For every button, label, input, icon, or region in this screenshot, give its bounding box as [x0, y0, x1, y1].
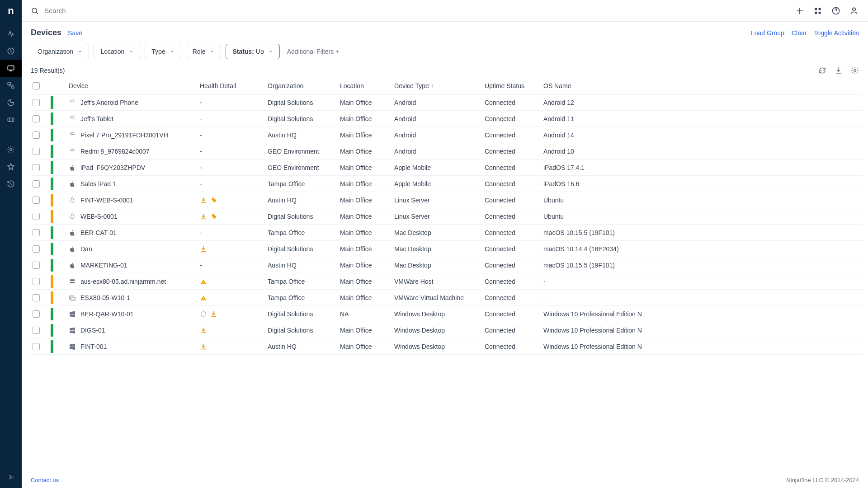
table-row[interactable]: Pixel 7 Pro_29191FDH3001VH-Austin HQMain…: [31, 127, 863, 143]
table-row[interactable]: DIGS-01Digital SolutionsMain OfficeWindo…: [31, 322, 863, 338]
topbar: [22, 0, 868, 22]
contact-link[interactable]: Contact us: [31, 477, 59, 483]
col-os[interactable]: OS Name: [542, 82, 682, 89]
help-button[interactable]: [831, 6, 841, 16]
row-checkbox[interactable]: [33, 197, 40, 204]
os-cell: macOS 10.14.4 (18E2034): [542, 245, 682, 253]
nav-reports[interactable]: [0, 94, 22, 111]
type-cell: Mac Desktop: [392, 262, 483, 269]
svg-rect-10: [819, 11, 821, 14]
apps-button[interactable]: [813, 6, 823, 16]
svg-rect-1: [8, 66, 14, 70]
os-cell: macOS 10.15.5 (19F101): [542, 262, 682, 269]
status-indicator: [51, 145, 53, 158]
search-input[interactable]: [44, 7, 180, 14]
uptime-cell: Connected: [483, 229, 542, 236]
table-row[interactable]: aus-esx80-05.ad.ninjarmm.netTampa Office…: [31, 273, 863, 290]
add-button[interactable]: [795, 6, 805, 16]
row-checkbox[interactable]: [33, 278, 40, 285]
vm-icon: [69, 294, 76, 301]
table-row[interactable]: iPad_F6QY203ZHPDV-GEO EnvironmentMain Of…: [31, 160, 863, 176]
health-cell: -: [198, 229, 266, 236]
col-health[interactable]: Health Detail: [198, 82, 266, 89]
svg-point-13: [854, 70, 856, 72]
nav-dashboard[interactable]: [0, 42, 22, 60]
row-checkbox[interactable]: [33, 262, 40, 269]
filter-role[interactable]: Role: [186, 44, 222, 59]
sidebar-expand[interactable]: [0, 468, 22, 486]
row-checkbox[interactable]: [33, 343, 40, 350]
toggle-activities-link[interactable]: Toggle Activities: [814, 29, 859, 37]
nav-network[interactable]: [0, 77, 22, 94]
nav-history[interactable]: [0, 175, 22, 192]
table-row[interactable]: FINT-WEB-S-0001Austin HQMain OfficeLinux…: [31, 192, 863, 208]
table-row[interactable]: BER-QAR-W10-01Digital SolutionsNAWindows…: [31, 306, 863, 322]
location-cell: Main Office: [338, 131, 392, 139]
windows-icon: [69, 327, 76, 334]
table-row[interactable]: MARKETING-01-Austin HQMain OfficeMac Des…: [31, 257, 863, 273]
row-checkbox[interactable]: [33, 310, 40, 318]
os-cell: Android 11: [542, 115, 682, 122]
table-row[interactable]: BER-CAT-01-Tampa OfficeMain OfficeMac De…: [31, 225, 863, 241]
table-row[interactable]: Redmi 8_9769824c0007-GEO EnvironmentMain…: [31, 143, 863, 160]
table-row[interactable]: Sales iPad 1-Tampa OfficeMain OfficeAppl…: [31, 176, 863, 192]
nav-getting-started[interactable]: [0, 25, 22, 42]
load-group-link[interactable]: Load Group: [751, 29, 784, 37]
nav-devices[interactable]: [0, 60, 22, 77]
table-row[interactable]: Jeff's Android Phone-Digital SolutionsMa…: [31, 94, 863, 111]
svg-point-24: [71, 215, 72, 215]
table-row[interactable]: WEB-S-0001Digital SolutionsMain OfficeLi…: [31, 208, 863, 225]
svg-point-22: [71, 198, 72, 199]
profile-button[interactable]: [849, 6, 859, 16]
row-checkbox[interactable]: [33, 115, 40, 122]
type-cell: VMWare Virtual Machine: [392, 294, 483, 301]
table-row[interactable]: Jeff's Tablet-Digital SolutionsMain Offi…: [31, 111, 863, 127]
row-checkbox[interactable]: [33, 131, 40, 139]
linux-icon: [69, 213, 76, 220]
save-link[interactable]: Save: [68, 29, 82, 37]
col-device-type[interactable]: Device Type ↑: [392, 82, 483, 89]
filter-location[interactable]: Location: [94, 44, 140, 59]
additional-filters[interactable]: Additional Filters +: [287, 48, 340, 55]
download-button[interactable]: [835, 66, 843, 75]
device-name: Jeff's Tablet: [80, 115, 113, 122]
row-checkbox[interactable]: [33, 229, 40, 236]
nav-favorites[interactable]: [0, 158, 22, 175]
row-checkbox[interactable]: [33, 327, 40, 334]
horizontal-scrollbar[interactable]: [22, 466, 868, 472]
table-row[interactable]: FINT-001Austin HQMain OfficeWindows Desk…: [31, 338, 863, 355]
type-cell: Mac Desktop: [392, 245, 483, 253]
filter-status[interactable]: Status: Up: [226, 44, 279, 59]
table-row[interactable]: DanDigital SolutionsMain OfficeMac Deskt…: [31, 241, 863, 257]
nav-settings[interactable]: [0, 141, 22, 158]
svg-point-18: [71, 133, 72, 134]
org-cell: Tampa Office: [266, 278, 338, 285]
uptime-cell: Connected: [483, 180, 542, 188]
row-checkbox[interactable]: [33, 180, 40, 188]
row-checkbox[interactable]: [33, 148, 40, 155]
row-checkbox[interactable]: [33, 213, 40, 220]
settings-button[interactable]: [851, 66, 859, 75]
status-indicator: [51, 275, 53, 288]
row-checkbox[interactable]: [33, 294, 40, 301]
svg-point-23: [73, 198, 73, 199]
refresh-button[interactable]: [818, 66, 826, 75]
linux-icon: [69, 197, 76, 204]
type-cell: Linux Server: [392, 213, 483, 220]
col-uptime[interactable]: Uptime Status: [483, 82, 542, 89]
filter-organization[interactable]: Organization: [31, 44, 89, 59]
clear-link[interactable]: Clear: [792, 29, 807, 37]
nav-tickets[interactable]: [0, 111, 22, 128]
row-checkbox[interactable]: [33, 99, 40, 106]
row-checkbox[interactable]: [33, 164, 40, 171]
table-row[interactable]: ESX80-05-W10-1Tampa OfficeMain OfficeVMW…: [31, 290, 863, 306]
row-checkbox[interactable]: [33, 245, 40, 253]
select-all-checkbox[interactable]: [33, 82, 40, 89]
filter-type[interactable]: Type: [145, 44, 181, 59]
health-cell: [198, 245, 266, 253]
col-org[interactable]: Organization: [266, 82, 338, 89]
col-location[interactable]: Location: [338, 82, 392, 89]
col-device[interactable]: Device: [67, 82, 198, 89]
os-cell: iPadOS 16.6: [542, 180, 682, 188]
svg-point-20: [71, 150, 72, 150]
